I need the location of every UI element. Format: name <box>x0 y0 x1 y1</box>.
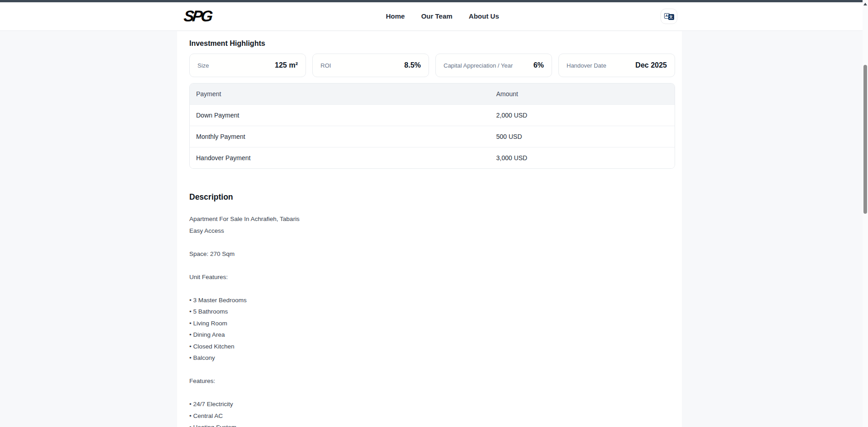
nav-link-about-us[interactable]: About Us <box>469 12 499 20</box>
description-line: • 24/7 Electricity <box>189 398 675 410</box>
column-header-payment: Payment <box>190 90 496 98</box>
scrollbar-up-arrow[interactable] <box>863 3 867 5</box>
payment-cell: Handover Payment <box>190 154 496 162</box>
description-line: • Heating System <box>189 422 675 427</box>
description-line <box>189 236 675 248</box>
description-title: Description <box>189 192 675 202</box>
amount-cell: 3,000 USD <box>496 154 675 162</box>
stat-label: Handover Date <box>567 62 606 69</box>
description-text: Apartment For Sale In Achrafieh, Tabaris… <box>189 213 675 427</box>
property-details-panel: Investment Highlights Size 125 m² ROI 8.… <box>177 31 682 427</box>
description-line: • Balcony <box>189 352 675 364</box>
stat-card-size: Size 125 m² <box>189 54 306 77</box>
description-line <box>189 260 675 271</box>
stat-card-capital-appreciation: Capital Appreciation / Year 6% <box>435 54 552 77</box>
table-row: Down Payment 2,000 USD <box>190 104 675 126</box>
description-line: Features: <box>189 375 675 387</box>
stat-value: 125 m² <box>275 61 298 69</box>
stat-value: Dec 2025 <box>636 61 667 69</box>
table-row: Handover Payment 3,000 USD <box>190 147 675 168</box>
description-line <box>189 364 675 376</box>
amount-cell: 2,000 USD <box>496 112 675 119</box>
translate-icon: A 文 <box>664 13 674 20</box>
scrollbar[interactable] <box>863 0 868 427</box>
stat-card-handover-date: Handover Date Dec 2025 <box>558 54 675 77</box>
main-nav: Home Our Team About Us <box>386 12 499 20</box>
description-line <box>189 283 675 294</box>
stat-label: ROI <box>321 62 331 69</box>
description-line: • Living Room <box>189 318 675 329</box>
stat-label: Capital Appreciation / Year <box>444 62 513 69</box>
description-line <box>189 387 675 399</box>
table-row: Monthly Payment 500 USD <box>190 126 675 147</box>
description-line: • Closed Kitchen <box>189 341 675 353</box>
payment-table: Payment Amount Down Payment 2,000 USD Mo… <box>189 83 675 169</box>
description-line: • 5 Bathrooms <box>189 306 675 318</box>
stat-value: 6% <box>533 61 544 69</box>
description-line: Space: 270 Sqm <box>189 248 675 260</box>
stat-card-roi: ROI 8.5% <box>312 54 429 77</box>
nav-link-our-team[interactable]: Our Team <box>421 12 453 20</box>
amount-cell: 500 USD <box>496 133 675 140</box>
logo[interactable]: SPG <box>183 7 212 25</box>
payment-cell: Monthly Payment <box>190 133 496 140</box>
column-header-amount: Amount <box>496 90 675 98</box>
payment-cell: Down Payment <box>190 112 496 119</box>
description-line: • 3 Master Bedrooms <box>189 294 675 306</box>
description-line: Easy Access <box>189 225 675 237</box>
description-line: Unit Features: <box>189 271 675 283</box>
description-line: • Central AC <box>189 410 675 422</box>
header: SPG Home Our Team About Us A 文 <box>0 2 868 31</box>
stat-value: 8.5% <box>404 61 421 69</box>
nav-link-home[interactable]: Home <box>386 12 405 20</box>
stat-label: Size <box>197 62 209 69</box>
language-toggle-button[interactable]: A 文 <box>661 9 677 24</box>
translate-icon-cjk: 文 <box>668 14 674 20</box>
payment-table-header: Payment Amount <box>190 83 675 104</box>
description-line: • Dining Area <box>189 329 675 341</box>
stats-row: Size 125 m² ROI 8.5% Capital Appreciatio… <box>189 54 675 77</box>
description-line: Apartment For Sale In Achrafieh, Tabaris <box>189 213 675 225</box>
scrollbar-thumb[interactable] <box>863 65 867 214</box>
investment-highlights-title: Investment Highlights <box>189 39 675 48</box>
